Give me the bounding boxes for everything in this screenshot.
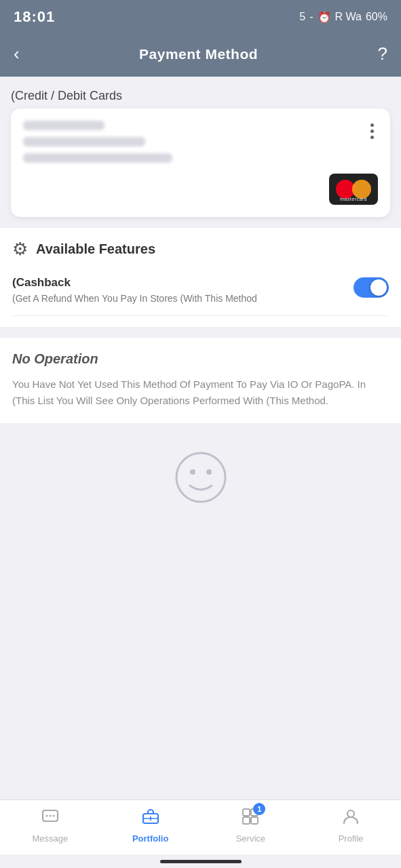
portfolio-icon [141,807,160,831]
gear-icon: ⚙ [12,239,28,260]
main-content: (Credit / Debit Cards mastercard [0,77,401,800]
svg-point-0 [176,453,225,502]
features-header: ⚙ Available Features [12,239,389,260]
nav-portfolio[interactable]: Portfolio [127,807,174,844]
svg-rect-10 [243,809,250,816]
svg-rect-13 [251,817,258,824]
service-icon: 1 [241,807,260,831]
dot-2 [370,130,374,133]
card-expiry [23,153,172,163]
nav-message[interactable]: Message [26,807,74,844]
no-operation-desc: You Have Not Yet Used This Method Of Pay… [12,376,389,410]
home-indicator [0,854,401,868]
message-label: Message [33,833,69,844]
card-number-partial [23,121,104,130]
portfolio-label: Portfolio [132,833,168,844]
signal-strength: 5 [299,11,305,23]
profile-icon [341,807,360,831]
card-block: mastercard [11,108,390,217]
section-credit-debit-label: (Credit / Debit Cards [0,77,401,108]
svg-point-6 [52,815,54,817]
signal-extra: - [309,11,313,23]
cashback-desc: (Get A Refund When You Pay In Stores (Wi… [12,292,345,306]
svg-point-2 [206,469,212,475]
empty-state [0,423,401,525]
dot-3 [370,136,374,139]
help-button[interactable]: ? [378,43,387,64]
profile-label: Profile [339,833,364,844]
mc-circle-right [352,180,371,199]
card-bottom-row: mastercard [23,174,378,205]
svg-point-5 [49,815,51,817]
no-operation-title: No Operation [12,351,389,367]
cashback-name: (Cashback [12,276,345,290]
cashback-text: (Cashback (Get A Refund When You Pay In … [12,276,345,306]
dot-1 [370,123,374,127]
mastercard-logo: mastercard [329,174,378,205]
battery: 60% [366,11,387,23]
features-title: Available Features [36,241,155,257]
status-bar: 18:01 5 - ⏰ R Wa 60% [0,0,401,34]
service-label: Service [236,833,265,844]
empty-smiley-icon [174,450,228,505]
svg-rect-12 [243,817,250,824]
header: ‹ Payment Method ? [0,34,401,77]
no-operation-section: No Operation You Have Not Yet Used This … [0,338,401,424]
mastercard-label: mastercard [340,197,367,201]
card-holder-name [23,137,145,146]
home-bar [160,860,242,863]
svg-point-1 [190,469,195,475]
back-button[interactable]: ‹ [14,43,20,64]
bottom-nav: Message Portfolio 1 Service [0,800,401,854]
nav-profile[interactable]: Profile [327,807,375,844]
status-right: 5 - ⏰ R Wa 60% [299,11,387,24]
cashback-feature-row: (Cashback (Get A Refund When You Pay In … [12,271,389,316]
features-section: ⚙ Available Features (Cashback (Get A Re… [0,228,401,327]
status-time: 18:01 [14,8,55,26]
service-badge: 1 [253,803,265,815]
carrier: R Wa [335,11,362,23]
card-info-blurred [23,121,172,163]
cashback-toggle[interactable] [354,277,389,298]
svg-point-4 [45,815,47,817]
page-title: Payment Method [139,46,258,62]
message-icon [41,807,60,831]
card-options-button[interactable] [366,121,378,142]
svg-point-14 [347,810,354,817]
alarm-icon: ⏰ [318,11,331,24]
card-row-top [23,121,378,163]
toggle-thumb [370,279,387,296]
nav-service[interactable]: 1 Service [227,807,274,844]
